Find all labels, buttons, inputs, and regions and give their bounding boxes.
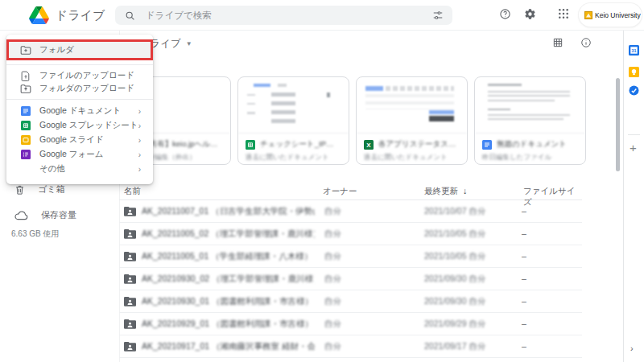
- google-apps-grid-icon[interactable]: [558, 8, 569, 19]
- menu-item-google-forms[interactable]: Google フォーム›: [6, 147, 153, 162]
- file-size: –: [522, 206, 526, 216]
- card-title: 無題のドキュメント: [497, 139, 577, 150]
- file-owner: 自分: [324, 319, 341, 330]
- help-icon[interactable]: [499, 8, 511, 20]
- suggested-file-card[interactable]: X各アプリステータス確認記…過去に開いたドキュメント: [356, 76, 468, 165]
- shared-folder-icon: [124, 341, 136, 352]
- table-row[interactable]: AK_20210929_01 （図書館利用課・市吉様）自分2021/09/29 …: [119, 313, 582, 335]
- sidebar-item-trash[interactable]: ゴミ箱: [14, 183, 65, 195]
- gforms-icon: [20, 150, 31, 159]
- search-options-icon[interactable]: [432, 10, 444, 21]
- table-row[interactable]: AK_20211007_01 （日吉学生部大学院・伊勢山様）自分2021/10/…: [119, 200, 582, 223]
- menu-item-google-docs[interactable]: Google ドキュメント›: [6, 104, 153, 118]
- file-type-icon: X: [364, 140, 374, 150]
- cloud-icon: [14, 211, 28, 220]
- account-label: Keio University: [595, 11, 641, 19]
- table-row[interactable]: AK_20210916_01 （図書館利用課・市吉様）自分2021/09/16 …: [119, 358, 582, 362]
- menu-item-label: ファイルのアップロード: [39, 70, 134, 81]
- file-name: AK_20210930_02 （理工学部管理課・鹿川様）: [142, 274, 315, 285]
- search-input[interactable]: [144, 10, 452, 21]
- table-row[interactable]: AK_20211005_01 （学生部経理課・八木様）自分2021/10/05 …: [119, 245, 582, 268]
- file-thumbnail: [238, 77, 349, 134]
- card-subtitle: 過去に開いたドキュメント: [246, 153, 349, 162]
- new-folder-icon: [20, 45, 31, 56]
- sidebar-item-label: 保存容量: [41, 209, 76, 221]
- svg-text:31: 31: [632, 48, 637, 53]
- file-owner: 自分: [324, 251, 341, 262]
- grid-view-icon[interactable]: [552, 37, 564, 48]
- trash-icon: [14, 184, 25, 195]
- chevron-right-icon: ›: [138, 165, 141, 174]
- menu-item-label: Google スライド: [39, 134, 104, 146]
- file-modified: 2021/10/05 自分: [424, 251, 485, 262]
- menu-item-new-folder[interactable]: フォルダ: [6, 39, 153, 60]
- table-row[interactable]: AK_20210917_01 （湘南藤沢事務室 経財・会計担当・渡辺様）自分20…: [119, 335, 582, 358]
- file-modified: 2021/09/17 自分: [424, 341, 485, 352]
- info-icon[interactable]: [580, 37, 592, 48]
- chevron-right-icon: ›: [138, 136, 141, 145]
- search-bar[interactable]: [115, 6, 452, 25]
- file-size: –: [522, 228, 526, 238]
- menu-item-label: Google フォーム: [39, 149, 104, 160]
- side-panel-divider: [628, 134, 640, 135]
- table-row[interactable]: AK_20211005_02 （理工学部管理課・鹿川様）自分2021/10/05…: [119, 223, 582, 245]
- sidebar-item-label: ゴミ箱: [38, 183, 65, 195]
- chevron-right-icon: ›: [138, 150, 141, 159]
- file-upload-icon: [20, 71, 31, 81]
- sort-descending-icon[interactable]: ↓: [463, 186, 467, 195]
- column-header-owner[interactable]: オーナー: [323, 186, 357, 197]
- menu-divider: [6, 64, 153, 65]
- menu-item-label: その他: [39, 163, 65, 175]
- file-size: –: [522, 251, 526, 261]
- shared-folder-icon: [124, 319, 136, 329]
- file-size: –: [522, 296, 526, 306]
- keep-app-icon[interactable]: [629, 67, 639, 77]
- gdocs-icon: [20, 106, 31, 116]
- gsheets-icon: [20, 121, 31, 130]
- menu-item-more[interactable]: その他›: [6, 162, 153, 176]
- tasks-app-icon[interactable]: [629, 85, 639, 96]
- table-row[interactable]: AK_20210930_02 （理工学部管理課・鹿川様）自分2021/09/30…: [119, 268, 582, 290]
- menu-item-folder-upload[interactable]: フォルダのアップロード: [6, 82, 153, 95]
- file-modified: 2021/09/30 自分: [424, 274, 485, 285]
- keio-crest-icon: [584, 11, 592, 19]
- sidebar-item-storage[interactable]: 保存容量: [14, 209, 76, 221]
- card-title: 【共有】keio.jpヘルプデ…: [142, 139, 222, 150]
- side-panel: 31 + ›: [623, 30, 644, 362]
- menu-item-label: フォルダのアップロード: [39, 83, 134, 94]
- suggested-file-card[interactable]: 無題のドキュメント昨日編集したファイル: [474, 76, 586, 165]
- file-owner: 自分: [324, 206, 341, 217]
- card-subtitle: 昨日編集したファイル: [482, 153, 585, 162]
- file-list: 名前 オーナー 最終更新 ↓ ファイルサイズ AK_20211007_01 （日…: [119, 183, 582, 362]
- app-title: ドライブ: [56, 8, 105, 23]
- column-header-modified[interactable]: 最終更新: [424, 186, 458, 197]
- file-modified: 2021/10/05 自分: [424, 228, 485, 240]
- column-header-name[interactable]: 名前: [124, 186, 141, 197]
- new-menu: フォルダファイルのアップロードフォルダのアップロードGoogle ドキュメント›…: [6, 35, 153, 184]
- suggested-file-card[interactable]: チェックシート_IPアドレス…過去に開いたドキュメント: [237, 76, 349, 165]
- account-badge[interactable]: Keio University: [579, 3, 642, 27]
- get-addons-button[interactable]: +: [630, 141, 637, 154]
- menu-item-google-sheets[interactable]: Google スプレッドシート›: [6, 118, 153, 133]
- settings-gear-icon[interactable]: [524, 8, 536, 20]
- menu-item-google-slides[interactable]: Google スライド›: [6, 133, 153, 147]
- file-type-icon: [482, 140, 492, 150]
- calendar-app-icon[interactable]: 31: [629, 45, 639, 56]
- file-modified: 2021/09/30 自分: [424, 296, 485, 307]
- menu-item-file-upload[interactable]: ファイルのアップロード: [6, 69, 153, 82]
- file-name: AK_20211007_01 （日吉学生部大学院・伊勢山様）: [142, 206, 315, 217]
- chevron-right-icon: ›: [138, 107, 141, 116]
- file-owner: 自分: [324, 296, 341, 307]
- table-row[interactable]: AK_20210930_01 （図書館利用課・市吉様）自分2021/09/30 …: [119, 290, 582, 313]
- chevron-right-icon: ›: [138, 121, 141, 130]
- shared-folder-icon: [124, 296, 136, 306]
- card-title: チェックシート_IPアドレス…: [260, 139, 341, 150]
- chevron-down-icon: ▼: [186, 40, 192, 47]
- shared-folder-icon: [124, 251, 136, 261]
- hide-panel-chevron-icon[interactable]: ›: [630, 343, 634, 353]
- drive-logo-icon: [29, 6, 49, 24]
- file-size: –: [522, 274, 526, 283]
- search-icon: [125, 10, 135, 21]
- content-scrollbar[interactable]: [616, 78, 620, 171]
- shared-folder-icon: [124, 274, 136, 284]
